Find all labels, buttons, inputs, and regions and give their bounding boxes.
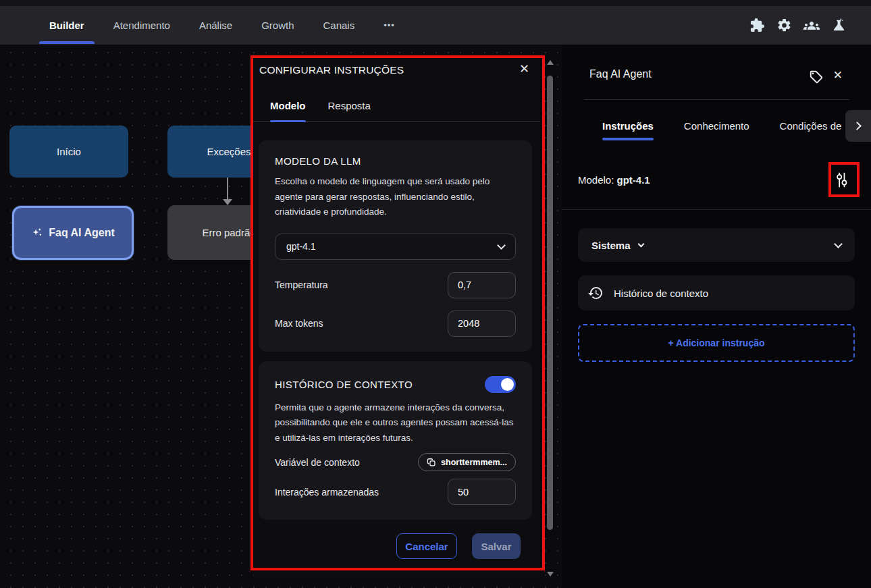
context-history-card: HISTÓRICO DE CONTEXTO Permita que o agen… [259, 361, 532, 520]
tab-label: Instruções [602, 120, 654, 132]
nav-tab-label: Builder [49, 20, 84, 31]
model-summary-text: Modelo: gpt-4.1 [578, 174, 650, 186]
max-tokens-row: Max tokens [275, 311, 516, 337]
panel-divider [562, 209, 871, 210]
gear-icon[interactable] [776, 18, 792, 33]
node-label: Faq AI Agent [49, 227, 114, 239]
add-instruction-button[interactable]: + Adicionar instrução [578, 324, 855, 362]
chevron-down-icon [497, 241, 506, 250]
nav-tab-atendimento[interactable]: Atendimento [111, 6, 172, 45]
chevron-down-icon[interactable] [834, 240, 843, 248]
save-button[interactable]: Salvar [472, 533, 521, 559]
context-variable-chip[interactable]: shorttermmem... [418, 453, 516, 471]
nav-tab-label: Growth [261, 20, 294, 31]
main-nav: Builder Atendimento Análise Growth Canai… [47, 6, 397, 45]
node-label: Exceções [207, 146, 250, 157]
scrollbar-up-arrow-icon[interactable] [547, 60, 554, 65]
topbar-icon-group [749, 6, 847, 45]
scrollbar-down-arrow-icon[interactable] [547, 572, 554, 577]
node-label: Início [57, 146, 81, 157]
users-icon[interactable] [803, 18, 820, 34]
nav-tab-analise[interactable]: Análise [197, 6, 234, 45]
llm-card-title: MODELO DA LLM [275, 155, 516, 167]
model-select[interactable]: gpt-4.1 [275, 234, 516, 260]
stored-interactions-input[interactable] [448, 479, 516, 505]
temperature-label: Temperatura [275, 279, 328, 290]
llm-model-card: MODELO DA LLM Escolha o modelo de lingua… [259, 140, 532, 352]
context-variable-row: Variável de contexto shorttermmem... [275, 453, 516, 471]
model-summary-value: gpt-4.1 [617, 174, 650, 186]
tab-instrucoes[interactable]: Instruções [602, 120, 654, 140]
stored-interactions-row: Interações armazenadas [275, 479, 516, 505]
tab-resposta[interactable]: Resposta [328, 100, 371, 121]
panel-divider [584, 99, 849, 100]
max-tokens-label: Max tokens [275, 318, 323, 329]
max-tokens-input[interactable] [448, 311, 516, 337]
modal-title: CONFIGURAR INSTRUÇÕES [259, 63, 404, 76]
flow-edge [227, 178, 228, 199]
nav-tab-label: Atendimento [113, 20, 170, 31]
tab-label: Modelo [270, 100, 306, 111]
nav-tab-canais[interactable]: Canais [321, 6, 357, 45]
topbar: Builder Atendimento Análise Growth Canai… [0, 6, 871, 45]
model-select-value: gpt-4.1 [286, 241, 316, 252]
history-item-label: Histórico de contexto [614, 288, 708, 299]
tab-modelo[interactable]: Modelo [270, 100, 306, 121]
flow-node-faq-ai-agent[interactable]: Faq AI Agent [12, 206, 134, 260]
add-instruction-label: + Adicionar instrução [668, 338, 764, 348]
tab-label: Resposta [328, 100, 371, 111]
context-variable-value: shorttermmem... [441, 458, 507, 467]
instruction-item-historico[interactable]: Histórico de contexto [578, 275, 855, 311]
history-icon [587, 285, 604, 301]
agent-config-panel: Faq AI Agent ✕ Instruções Conhecimento C… [562, 45, 871, 588]
tab-label: Conhecimento [684, 120, 749, 132]
context-history-toggle[interactable] [485, 376, 516, 393]
model-summary-row: Modelo: gpt-4.1 [578, 162, 855, 197]
tab-conhecimento[interactable]: Conhecimento [684, 120, 749, 140]
modal-scrollbar[interactable] [546, 58, 555, 579]
scrollbar-thumb[interactable] [547, 76, 553, 530]
puzzle-icon[interactable] [749, 18, 765, 33]
sistema-label-group: Sistema [591, 240, 643, 251]
flow-edge-arrowhead [223, 199, 232, 205]
close-icon[interactable]: ✕ [519, 63, 529, 75]
temperature-input[interactable] [448, 272, 516, 298]
llm-card-description: Escolha o modelo de linguagem que será u… [275, 174, 516, 220]
context-history-title-row: HISTÓRICO DE CONTEXTO [275, 376, 516, 393]
chevron-right-icon [853, 122, 862, 130]
nav-tab-label: Análise [199, 20, 232, 31]
flow-node-inicio[interactable]: Início [9, 126, 128, 178]
stored-interactions-label: Interações armazenadas [275, 487, 379, 498]
panel-tabs: Instruções Conhecimento Condições de [602, 120, 844, 140]
nav-tab-label: Canais [323, 20, 354, 31]
close-icon[interactable]: ✕ [833, 68, 843, 82]
model-summary-label: Modelo: [578, 174, 614, 186]
nav-tab-builder[interactable]: Builder [47, 6, 86, 45]
panel-tabs-scroll-right-button[interactable] [845, 110, 871, 142]
nav-more-dots: ••• [384, 20, 395, 30]
tab-condicoes[interactable]: Condições de [780, 120, 842, 140]
context-history-description: Permita que o agente armazene interações… [275, 400, 516, 446]
sistema-label: Sistema [591, 240, 631, 251]
modal-content: MODELO DA LLM Escolha o modelo de lingua… [253, 122, 540, 559]
copy-icon [427, 458, 436, 467]
chevron-down-icon [637, 240, 644, 247]
flask-icon[interactable] [831, 18, 847, 33]
modal-tabs: Modelo Resposta [253, 100, 540, 122]
cancel-button[interactable]: Cancelar [396, 533, 457, 559]
sliders-icon[interactable] [833, 171, 851, 189]
node-label: Erro padrão [202, 227, 255, 238]
panel-title: Faq AI Agent [589, 68, 652, 80]
topbar-upper-strip [0, 0, 871, 6]
configure-instructions-modal: CONFIGURAR INSTRUÇÕES ✕ Modelo Resposta … [253, 58, 540, 579]
nav-more-button[interactable]: ••• [381, 6, 397, 45]
nav-tab-growth[interactable]: Growth [259, 6, 296, 45]
sparkle-icon [31, 227, 43, 239]
instruction-group-sistema[interactable]: Sistema [578, 228, 855, 262]
modal-header: CONFIGURAR INSTRUÇÕES ✕ [253, 58, 540, 76]
tag-icon[interactable] [809, 70, 824, 87]
temperature-row: Temperatura [275, 272, 516, 298]
context-variable-label: Variável de contexto [275, 457, 360, 468]
tab-label: Condições de [780, 120, 842, 132]
modal-footer: Cancelar Salvar [259, 533, 532, 559]
